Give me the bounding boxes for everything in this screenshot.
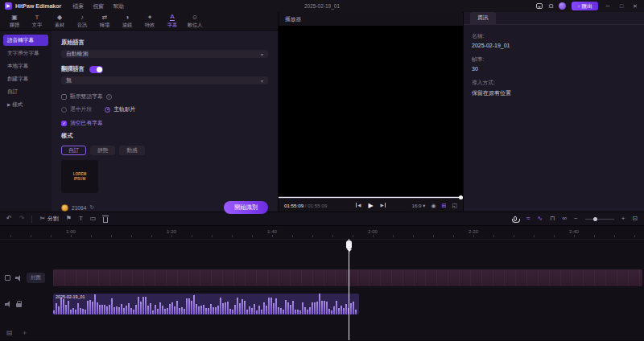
export-button[interactable]: ↑ 匯出: [572, 2, 598, 10]
link-toggle[interactable]: ∞: [562, 216, 567, 222]
denoise-toggle[interactable]: ≈: [526, 216, 530, 222]
info-tab[interactable]: 資訊: [470, 12, 496, 24]
video-track: 封面: [0, 269, 644, 286]
clear-subtitles-label: 清空已有字幕: [70, 119, 103, 127]
subtitle-settings-panel: 原始語言 自動檢測 ▾ 翻譯語言 無 ▾ 顯示: [52, 31, 278, 212]
text-tool-button[interactable]: T: [79, 216, 83, 222]
style-preview-thumbnail[interactable]: LOREM IPSUM: [61, 160, 98, 193]
style-tab-dynamic[interactable]: 動感: [119, 146, 144, 155]
snapshot-icon[interactable]: ◉: [431, 203, 436, 208]
undo-button[interactable]: ↶: [6, 216, 12, 222]
tab-elements[interactable]: ◆ 素材: [48, 14, 71, 29]
audio-clip-label: 2025-02-19_01: [56, 294, 85, 299]
original-language-select[interactable]: 自動檢測 ▾: [61, 50, 268, 58]
zoom-in-button[interactable]: +: [621, 216, 625, 222]
scope-option-selected-clip[interactable]: 選中片段: [61, 105, 92, 113]
bilingual-checkbox[interactable]: [61, 94, 67, 100]
audio-lock-icon[interactable]: [16, 303, 22, 307]
tab-text[interactable]: T 文字: [26, 14, 48, 29]
minimize-button[interactable]: ─: [604, 3, 612, 9]
transition-icon: ⇄: [102, 14, 108, 21]
support-icon[interactable]: Ω: [548, 3, 553, 10]
translate-language-label: 翻譯語言: [61, 65, 85, 73]
style-tab-custom[interactable]: 自訂: [61, 146, 86, 155]
delete-button[interactable]: [103, 217, 108, 223]
zoom-out-button[interactable]: −: [574, 216, 578, 222]
tab-effects[interactable]: ✦ 特效: [138, 14, 161, 29]
tab-subtitles[interactable]: A 字幕: [161, 13, 184, 29]
tab-avatar[interactable]: ☺ 數位人: [184, 14, 206, 29]
play-button[interactable]: ▶: [368, 202, 373, 209]
info-icon[interactable]: i: [106, 94, 112, 100]
maximize-button[interactable]: □: [617, 3, 625, 9]
clear-subtitles-checkbox[interactable]: ✓: [61, 121, 67, 126]
export-icon: ↑: [577, 4, 580, 9]
aspect-ratio-select[interactable]: 16:9 ▾: [412, 203, 426, 208]
voice-effect-toggle[interactable]: ∿: [537, 216, 543, 222]
scope-radio-group: 選中片段 主軌影片: [61, 105, 268, 113]
left-section: ▣ 媒體 T 文字 ◆ 素材 ♪ 音訊 ⇄ 轉場: [0, 12, 278, 212]
feedback-icon[interactable]: [536, 3, 543, 9]
zoom-slider-knob[interactable]: [593, 217, 597, 221]
tab-transitions[interactable]: ⇄ 轉場: [93, 14, 116, 29]
timeline[interactable]: 1:001:201:402:002:202:40 封面 2025-02-19_0…: [0, 226, 644, 340]
track-visibility-icon[interactable]: [5, 275, 10, 281]
track-manager-icon[interactable]: ▤: [6, 330, 13, 336]
marker-button[interactable]: ⚑: [66, 216, 72, 222]
audio-mute-icon[interactable]: [5, 301, 11, 307]
start-recognition-button[interactable]: 開始識別: [224, 201, 268, 214]
refresh-credits-icon[interactable]: ↻: [89, 204, 94, 211]
credits-coin-icon: [61, 204, 68, 212]
scope-option-main-track[interactable]: 主軌影片: [105, 105, 135, 113]
sidebar-item-create-subtitle[interactable]: 創建字幕: [3, 73, 48, 84]
playhead-handle[interactable]: [346, 240, 352, 249]
divider: [31, 216, 32, 223]
time-ruler[interactable]: 1:001:201:402:002:202:40: [0, 226, 644, 240]
translate-language-toggle[interactable]: [89, 66, 103, 73]
menu-window[interactable]: 視窗: [93, 2, 104, 10]
total-time: 01:55:09: [308, 203, 327, 208]
avatar[interactable]: [559, 2, 566, 10]
zoom-slider[interactable]: [585, 219, 614, 220]
sidebar-item-custom[interactable]: 自訂: [3, 86, 48, 97]
menu-help[interactable]: 幫助: [113, 2, 124, 10]
grid-icon[interactable]: ⊞: [442, 203, 447, 208]
tab-filters[interactable]: ◑ 濾鏡: [116, 14, 138, 29]
video-clip[interactable]: [53, 269, 642, 286]
translate-language-select[interactable]: 無 ▾: [61, 76, 268, 84]
close-button[interactable]: ✕: [631, 3, 639, 10]
sidebar-item-style[interactable]: ▶樣式: [3, 99, 48, 110]
scissors-icon: ✂: [39, 216, 45, 222]
playhead[interactable]: [349, 239, 349, 340]
split-button[interactable]: ✂ 分割: [39, 215, 58, 223]
next-frame-button[interactable]: ▶: [381, 203, 386, 207]
add-track-icon[interactable]: ＋: [22, 330, 28, 336]
fullscreen-icon[interactable]: ◱: [452, 203, 457, 208]
prev-frame-button[interactable]: ◀: [356, 203, 361, 207]
tab-audio[interactable]: ♪ 音訊: [71, 14, 93, 29]
cover-button[interactable]: 封面: [27, 273, 45, 283]
redo-button[interactable]: ↷: [19, 216, 25, 222]
menu-file[interactable]: 檔案: [72, 2, 84, 10]
record-mic-button[interactable]: [514, 216, 517, 221]
app-window: ▶ HitPaw Edimakor 檔案 視窗 幫助 2025-02-19_01…: [0, 0, 644, 341]
filter-icon: ◑: [126, 14, 130, 21]
sidebar-item-text-split-subtitle[interactable]: 文字辨分字幕: [3, 47, 48, 59]
app-logo-icon: ▶: [5, 2, 12, 10]
music-note-icon: ♪: [80, 14, 84, 21]
player-tab[interactable]: 播放器: [285, 15, 301, 23]
crop-button[interactable]: ▭: [90, 216, 97, 222]
tab-media[interactable]: ▣ 媒體: [3, 14, 26, 29]
sidebar-item-speech-to-subtitle[interactable]: 語音轉字幕: [3, 35, 48, 46]
fit-timeline-button[interactable]: ⊡: [632, 216, 638, 222]
style-section-label: 樣式: [61, 132, 268, 140]
sidebar-item-local-subtitle[interactable]: 本地字幕: [3, 60, 48, 72]
audio-clip[interactable]: 2025-02-19_01: [53, 294, 359, 314]
info-field-framerate: 幀率: 30: [472, 55, 636, 72]
player-panel: 播放器 01:55:09 / 01:55:09 ◀ ▶ ▶ 16:9 ▾ ◉: [279, 12, 463, 212]
video-canvas[interactable]: [279, 26, 463, 196]
magnet-toggle[interactable]: ⊓: [550, 216, 555, 222]
style-tab-static[interactable]: 靜態: [90, 146, 115, 155]
track-mute-icon[interactable]: [15, 275, 22, 281]
bilingual-checkbox-label: 顯示雙語字幕: [70, 92, 103, 101]
